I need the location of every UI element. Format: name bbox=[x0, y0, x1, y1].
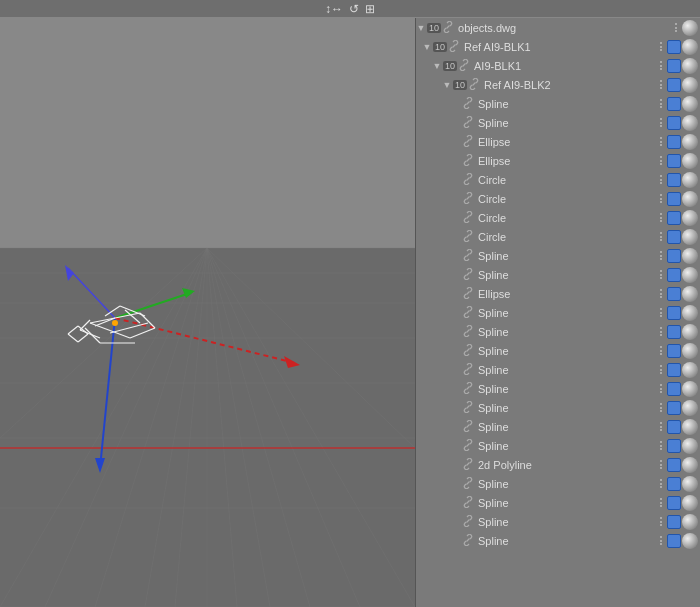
material-sphere-spline4[interactable] bbox=[682, 267, 698, 283]
visibility-button-circle2[interactable] bbox=[667, 192, 681, 206]
tree-item-spline3[interactable]: Spline bbox=[416, 246, 700, 265]
tree-item-polyline1[interactable]: 2d Polyline bbox=[416, 455, 700, 474]
tree-item-circle1[interactable]: Circle bbox=[416, 170, 700, 189]
material-sphere-spline6[interactable] bbox=[682, 324, 698, 340]
visibility-button-spline3[interactable] bbox=[667, 249, 681, 263]
material-sphere-ai9-blk1[interactable] bbox=[682, 58, 698, 74]
visibility-button-spline11[interactable] bbox=[667, 420, 681, 434]
material-sphere-ref-blk1[interactable] bbox=[682, 39, 698, 55]
material-sphere-spline14[interactable] bbox=[682, 495, 698, 511]
tree-item-ellipse3[interactable]: Ellipse bbox=[416, 284, 700, 303]
material-sphere-spline1[interactable] bbox=[682, 96, 698, 112]
dot-menu-circle2[interactable] bbox=[656, 191, 666, 207]
material-sphere-ref-blk2[interactable] bbox=[682, 77, 698, 93]
visibility-button-spline1[interactable] bbox=[667, 97, 681, 111]
material-sphere-polyline1[interactable] bbox=[682, 457, 698, 473]
dot-menu-ref-blk1[interactable] bbox=[656, 39, 666, 55]
material-sphere-root[interactable] bbox=[682, 20, 698, 36]
tree-item-spline2[interactable]: Spline bbox=[416, 113, 700, 132]
visibility-button-circle4[interactable] bbox=[667, 230, 681, 244]
dot-menu-spline7[interactable] bbox=[656, 343, 666, 359]
dot-menu-spline1[interactable] bbox=[656, 96, 666, 112]
visibility-button-spline15[interactable] bbox=[667, 515, 681, 529]
dot-menu-spline9[interactable] bbox=[656, 381, 666, 397]
tree-item-spline6[interactable]: Spline bbox=[416, 322, 700, 341]
tree-item-spline12[interactable]: Spline bbox=[416, 436, 700, 455]
visibility-button-spline14[interactable] bbox=[667, 496, 681, 510]
tree-item-ellipse1[interactable]: Ellipse bbox=[416, 132, 700, 151]
material-sphere-spline9[interactable] bbox=[682, 381, 698, 397]
visibility-button-ellipse3[interactable] bbox=[667, 287, 681, 301]
material-sphere-spline16[interactable] bbox=[682, 533, 698, 549]
material-sphere-spline2[interactable] bbox=[682, 115, 698, 131]
tree-item-circle4[interactable]: Circle bbox=[416, 227, 700, 246]
tree-item-ai9-blk1[interactable]: ▼10AI9-BLK1 bbox=[416, 56, 700, 75]
material-sphere-ellipse1[interactable] bbox=[682, 134, 698, 150]
tree-item-circle3[interactable]: Circle bbox=[416, 208, 700, 227]
material-sphere-spline15[interactable] bbox=[682, 514, 698, 530]
tree-item-spline14[interactable]: Spline bbox=[416, 493, 700, 512]
dot-menu-spline15[interactable] bbox=[656, 514, 666, 530]
tree-item-spline5[interactable]: Spline bbox=[416, 303, 700, 322]
dot-menu-ellipse3[interactable] bbox=[656, 286, 666, 302]
tree-item-spline7[interactable]: Spline bbox=[416, 341, 700, 360]
dot-menu-spline5[interactable] bbox=[656, 305, 666, 321]
material-sphere-spline11[interactable] bbox=[682, 419, 698, 435]
dot-menu-spline10[interactable] bbox=[656, 400, 666, 416]
expand-arrow-ref-blk1[interactable]: ▼ bbox=[422, 42, 432, 52]
tree-item-spline15[interactable]: Spline bbox=[416, 512, 700, 531]
material-sphere-spline8[interactable] bbox=[682, 362, 698, 378]
material-sphere-ellipse3[interactable] bbox=[682, 286, 698, 302]
tree-item-ref-blk2[interactable]: ▼10Ref AI9-BLK2 bbox=[416, 75, 700, 94]
grid-icon[interactable]: ⊞ bbox=[365, 2, 375, 16]
material-sphere-spline12[interactable] bbox=[682, 438, 698, 454]
visibility-button-ai9-blk1[interactable] bbox=[667, 59, 681, 73]
visibility-button-ellipse1[interactable] bbox=[667, 135, 681, 149]
dot-menu-ellipse2[interactable] bbox=[656, 153, 666, 169]
dot-menu-spline4[interactable] bbox=[656, 267, 666, 283]
visibility-button-circle3[interactable] bbox=[667, 211, 681, 225]
visibility-button-spline2[interactable] bbox=[667, 116, 681, 130]
tree-item-spline11[interactable]: Spline bbox=[416, 417, 700, 436]
dot-menu-circle3[interactable] bbox=[656, 210, 666, 226]
tree-item-spline16[interactable]: Spline bbox=[416, 531, 700, 550]
material-sphere-circle3[interactable] bbox=[682, 210, 698, 226]
dot-menu-polyline1[interactable] bbox=[656, 457, 666, 473]
dot-menu-ai9-blk1[interactable] bbox=[656, 58, 666, 74]
expand-arrow-ref-blk2[interactable]: ▼ bbox=[442, 80, 452, 90]
material-sphere-spline5[interactable] bbox=[682, 305, 698, 321]
tree-item-spline13[interactable]: Spline bbox=[416, 474, 700, 493]
dot-menu-ref-blk2[interactable] bbox=[656, 77, 666, 93]
dot-menu-circle1[interactable] bbox=[656, 172, 666, 188]
dot-menu-spline13[interactable] bbox=[656, 476, 666, 492]
dot-menu-root[interactable] bbox=[671, 20, 681, 36]
visibility-button-spline4[interactable] bbox=[667, 268, 681, 282]
dot-menu-spline3[interactable] bbox=[656, 248, 666, 264]
tree-item-spline9[interactable]: Spline bbox=[416, 379, 700, 398]
dot-menu-circle4[interactable] bbox=[656, 229, 666, 245]
tree-item-root[interactable]: ▼10objects.dwg bbox=[416, 18, 700, 37]
visibility-button-ref-blk1[interactable] bbox=[667, 40, 681, 54]
tree-item-spline1[interactable]: Spline bbox=[416, 94, 700, 113]
dot-menu-spline6[interactable] bbox=[656, 324, 666, 340]
dot-menu-spline14[interactable] bbox=[656, 495, 666, 511]
dot-menu-spline8[interactable] bbox=[656, 362, 666, 378]
visibility-button-spline9[interactable] bbox=[667, 382, 681, 396]
tree-item-spline10[interactable]: Spline bbox=[416, 398, 700, 417]
dot-menu-spline12[interactable] bbox=[656, 438, 666, 454]
visibility-button-spline5[interactable] bbox=[667, 306, 681, 320]
material-sphere-ellipse2[interactable] bbox=[682, 153, 698, 169]
visibility-button-spline8[interactable] bbox=[667, 363, 681, 377]
expand-arrow-root[interactable]: ▼ bbox=[416, 23, 426, 33]
dot-menu-spline11[interactable] bbox=[656, 419, 666, 435]
visibility-button-spline6[interactable] bbox=[667, 325, 681, 339]
tree-item-spline8[interactable]: Spline bbox=[416, 360, 700, 379]
visibility-button-spline12[interactable] bbox=[667, 439, 681, 453]
visibility-button-polyline1[interactable] bbox=[667, 458, 681, 472]
visibility-button-spline13[interactable] bbox=[667, 477, 681, 491]
move-icon[interactable]: ↕↔ bbox=[325, 2, 343, 16]
dot-menu-spline2[interactable] bbox=[656, 115, 666, 131]
refresh-icon[interactable]: ↺ bbox=[349, 2, 359, 16]
tree-item-spline4[interactable]: Spline bbox=[416, 265, 700, 284]
material-sphere-circle2[interactable] bbox=[682, 191, 698, 207]
